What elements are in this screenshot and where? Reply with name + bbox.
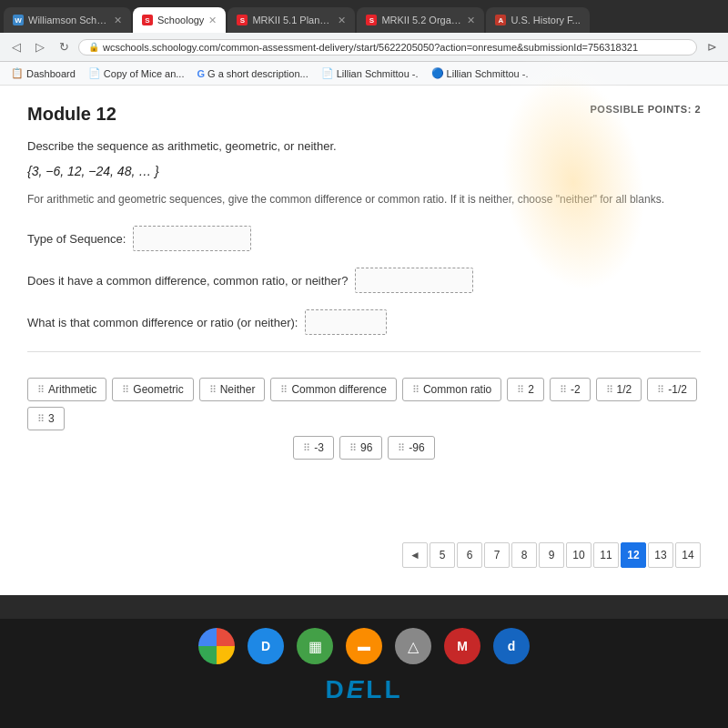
page-13-button[interactable]: 13	[648, 542, 673, 568]
bookmark-dashboard-icon: 📋	[11, 67, 24, 79]
share-button[interactable]: ⊳	[703, 38, 721, 56]
tab-mrkii52-label: MRKII 5.2 Organizing Quiz...	[381, 15, 462, 25]
chip-3[interactable]: ⠿ 3	[27, 407, 65, 430]
bookmark-gdesc[interactable]: G G a short description...	[193, 66, 311, 81]
grip-icon: ⠿	[37, 413, 45, 425]
main-content: Module 12 POSSIBLE POINTS: 2 Describe th…	[0, 86, 728, 595]
dell-logo-text: DELL	[325, 675, 402, 703]
page-9-button[interactable]: 9	[539, 542, 564, 568]
unknown-icon[interactable]: d	[493, 628, 530, 664]
tab-ushistory[interactable]: A U.S. History F...	[486, 7, 589, 33]
prev-page-button[interactable]: ◄	[402, 542, 428, 568]
describe-question: Describe the sequence as arithmetic, geo…	[27, 139, 701, 153]
page-6-label: 6	[467, 549, 473, 561]
taskbar-icons: D ▦ ▬ △ M d	[198, 628, 530, 664]
tab-schoology-close[interactable]: ✕	[208, 15, 217, 26]
browser-window: W Williamson Schools ✕ S Schoology ✕ S M…	[0, 0, 728, 86]
page-11-button[interactable]: 11	[593, 542, 619, 568]
chip-half[interactable]: ⠿ 1/2	[596, 378, 642, 401]
unknown-icon-label: d	[508, 639, 516, 653]
sheets-icon-label: ▦	[308, 638, 322, 655]
bookmark-lillian1-icon: 📄	[321, 67, 334, 79]
url-text: wcschools.schoology.com/common-assessmen…	[103, 42, 638, 53]
chip-half-label: 1/2	[617, 383, 632, 396]
page-6-button[interactable]: 6	[457, 542, 482, 568]
tab-williamson-label: Williamson Schools	[28, 15, 109, 25]
bookmark-dashboard[interactable]: 📋 Dashboard	[7, 66, 79, 81]
gmail-icon[interactable]: M	[444, 628, 480, 664]
chip-neghalf[interactable]: ⠿ -1/2	[647, 378, 697, 401]
page-7-button[interactable]: 7	[484, 542, 510, 568]
slides-icon[interactable]: ▬	[346, 628, 382, 664]
page-14-button[interactable]: 14	[675, 542, 701, 568]
grip-icon: ⠿	[412, 384, 420, 396]
ratio-row: What is that common difference or ratio …	[27, 309, 701, 335]
bookmarks-bar: 📋 Dashboard 📄 Copy of Mice an... G G a s…	[0, 62, 728, 86]
bookmark-mice[interactable]: 📄 Copy of Mice an...	[85, 66, 188, 81]
chip-common-ratio-label: Common ratio	[423, 383, 491, 396]
chip-neg2[interactable]: ⠿ -2	[550, 378, 591, 401]
address-favicon: 🔒	[88, 42, 99, 52]
chip-neg3[interactable]: ⠿ -3	[293, 436, 334, 460]
page-10-button[interactable]: 10	[566, 542, 592, 568]
chip-common-ratio[interactable]: ⠿ Common ratio	[402, 378, 501, 401]
grip-icon: ⠿	[398, 442, 405, 454]
chip-neg2-label: -2	[571, 383, 581, 396]
type-of-sequence-dropbox[interactable]	[133, 226, 251, 251]
type-of-sequence-label: Type of Sequence:	[27, 232, 126, 246]
tab-bar: W Williamson Schools ✕ S Schoology ✕ S M…	[0, 0, 728, 33]
drive-icon[interactable]: △	[395, 628, 431, 664]
bookmark-lillian2[interactable]: 🔵 Lillian Schmittou -.	[428, 66, 532, 81]
chip-96-label: 96	[360, 441, 372, 454]
gmail-icon-label: M	[457, 639, 468, 653]
page-13-label: 13	[654, 549, 666, 561]
chip-arithmetic[interactable]: ⠿ Arithmetic	[27, 378, 106, 401]
chip-96[interactable]: ⠿ 96	[339, 436, 382, 460]
common-diff-dropbox[interactable]	[355, 268, 473, 293]
tab-ushistory-label: U.S. History F...	[511, 15, 580, 25]
williamson-favicon: W	[13, 15, 24, 25]
ratio-dropbox[interactable]	[305, 309, 387, 335]
forward-button[interactable]: ▷	[31, 38, 49, 56]
chip-2-label: 2	[528, 383, 534, 396]
chip-3-label: 3	[48, 412, 55, 425]
docs-icon[interactable]: D	[248, 628, 284, 664]
chip-2[interactable]: ⠿ 2	[507, 378, 544, 401]
chip-geometric-label: Geometric	[133, 383, 183, 396]
tab-schoology[interactable]: S Schoology ✕	[133, 7, 226, 33]
tab-mrkii51-label: MRKII 5.1 Planning and Go...	[252, 15, 333, 25]
chip-geometric[interactable]: ⠿ Geometric	[112, 378, 193, 401]
tab-mrkii52-close[interactable]: ✕	[467, 15, 475, 26]
grip-icon: ⠿	[37, 384, 45, 396]
bookmark-lillian1[interactable]: 📄 Lillian Schmittou -.	[318, 66, 422, 81]
tab-williamson-schools[interactable]: W Williamson Schools ✕	[4, 7, 131, 33]
tab-mrkii51[interactable]: S MRKII 5.1 Planning and Go... ✕	[228, 7, 355, 33]
bookmark-mice-label: Copy of Mice an...	[104, 68, 185, 79]
bookmark-lillian2-icon: 🔵	[431, 67, 444, 79]
sheets-icon[interactable]: ▦	[297, 628, 333, 664]
chip-common-difference[interactable]: ⠿ Common difference	[270, 378, 397, 401]
type-of-sequence-row: Type of Sequence:	[27, 226, 701, 251]
tab-mrkii52[interactable]: S MRKII 5.2 Organizing Quiz... ✕	[357, 7, 484, 33]
chip-neg96[interactable]: ⠿ -96	[388, 436, 434, 460]
chip-neg96-label: -96	[409, 441, 424, 454]
chip-neither[interactable]: ⠿ Neither	[199, 378, 266, 401]
drive-icon-label: △	[408, 638, 419, 655]
page-7-label: 7	[494, 549, 500, 561]
instruction-text: For arithmetic and geometric sequences, …	[27, 191, 701, 207]
page-12-button[interactable]: 12	[621, 542, 646, 568]
tab-mrkii51-close[interactable]: ✕	[338, 15, 346, 26]
bookmark-mice-icon: 📄	[88, 67, 101, 79]
reload-button[interactable]: ↻	[55, 38, 73, 56]
back-button[interactable]: ◁	[7, 38, 25, 56]
chrome-icon[interactable]	[198, 628, 235, 664]
tab-williamson-close[interactable]: ✕	[114, 15, 122, 26]
page-8-button[interactable]: 8	[511, 542, 537, 568]
grip-icon: ⠿	[122, 384, 129, 396]
page-5-button[interactable]: 5	[430, 542, 455, 568]
grip-icon: ⠿	[517, 384, 524, 396]
page-5-label: 5	[440, 549, 446, 561]
address-box[interactable]: 🔒 wcschools.schoology.com/common-assessm…	[78, 39, 697, 56]
taskbar: D ▦ ▬ △ M d DELL	[0, 619, 728, 728]
divider	[27, 351, 701, 352]
